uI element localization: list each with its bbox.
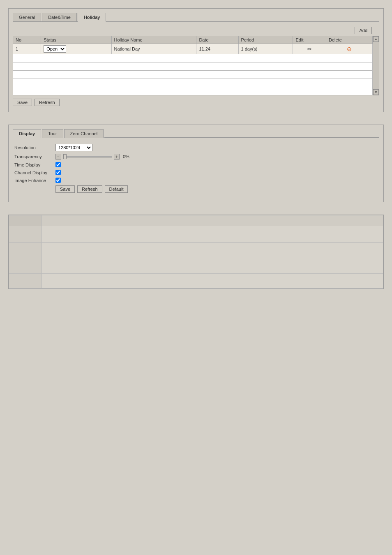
time-display-value: [55, 162, 61, 167]
image-enhance-label: Image Enhance: [14, 178, 55, 183]
empty-cell-right-5: [42, 274, 383, 289]
display-panel: Display Tour Zero Channel Resolution 128…: [8, 125, 384, 202]
transparency-row: Transparency − + 0%: [14, 154, 378, 160]
resolution-row: Resolution 1280*1024 1920*1080 1024*768 …: [14, 144, 378, 151]
delete-icon[interactable]: ⊖: [347, 46, 352, 52]
empty-table-panel: [8, 215, 384, 289]
empty-cell-right-4: [42, 253, 383, 274]
transparency-track[interactable]: [63, 156, 112, 157]
refresh-button-1[interactable]: Refresh: [35, 99, 60, 106]
col-header-no: No: [13, 36, 41, 44]
time-display-row: Time Display: [14, 162, 378, 167]
tab-general[interactable]: General: [13, 13, 41, 21]
channel-display-value: [55, 170, 61, 175]
cell-no: 1: [13, 44, 41, 54]
channel-display-row: Channel Display: [14, 170, 378, 175]
cell-date: 11.24: [196, 44, 238, 54]
empty-cell-left-4: [9, 253, 42, 274]
resolution-value: 1280*1024 1920*1080 1024*768 800*600: [55, 144, 92, 151]
empty-cell-left-3: [9, 243, 42, 253]
table-row: 1 Open Close National Day 11.24 1 day(s)…: [13, 44, 373, 54]
add-button[interactable]: Add: [355, 27, 372, 34]
empty-row-1: [9, 215, 383, 226]
channel-display-checkbox[interactable]: [55, 170, 61, 175]
resolution-select[interactable]: 1280*1024 1920*1080 1024*768 800*600: [55, 144, 92, 151]
channel-display-label: Channel Display: [14, 170, 55, 175]
tab-zero-channel[interactable]: Zero Channel: [64, 129, 104, 138]
status-dropdown[interactable]: Open Close: [44, 45, 66, 53]
transparency-plus-button[interactable]: +: [114, 154, 120, 160]
cell-period: 1 day(s): [238, 44, 293, 54]
col-header-date: Date: [196, 36, 238, 44]
save-button-2[interactable]: Save: [55, 185, 75, 193]
tab-bar-1: General Date&Time Holiday: [13, 13, 379, 22]
cell-status[interactable]: Open Close: [41, 44, 111, 54]
empty-cell-right-2: [42, 226, 383, 243]
empty-cell-left-1: [9, 215, 42, 226]
transparency-minus-button[interactable]: −: [55, 154, 61, 160]
col-header-period: Period: [238, 36, 293, 44]
col-header-edit: Edit: [293, 36, 326, 44]
time-display-label: Time Display: [14, 162, 55, 167]
scroll-down-arrow[interactable]: ▼: [373, 89, 379, 95]
empty-cell-left-5: [9, 274, 42, 289]
holiday-panel: General Date&Time Holiday Add No Status …: [8, 8, 384, 112]
holiday-content: Add No Status Holiday Name Date Period E…: [13, 25, 379, 108]
image-enhance-row: Image Enhance: [14, 178, 378, 183]
empty-cell-right-3: [42, 243, 383, 253]
image-enhance-value: [55, 178, 61, 183]
time-display-checkbox[interactable]: [55, 162, 61, 167]
cell-holiday-name: National Day: [111, 44, 196, 54]
col-header-status: Status: [41, 36, 111, 44]
transparency-value-label: 0%: [123, 154, 129, 159]
empty-cell-right-1: [42, 215, 383, 226]
bottom-buttons-1: Save Refresh: [13, 99, 379, 106]
add-button-row: Add: [13, 27, 379, 34]
empty-row-3: [9, 243, 383, 253]
cell-delete[interactable]: ⊖: [326, 44, 373, 54]
tab-bar-2: Display Tour Zero Channel: [13, 129, 379, 138]
col-header-delete: Delete: [326, 36, 373, 44]
edit-icon[interactable]: ✏: [307, 46, 312, 52]
tab-datetime[interactable]: Date&Time: [42, 13, 77, 21]
empty-row-4: [9, 253, 383, 274]
display-content: Resolution 1280*1024 1920*1080 1024*768 …: [13, 141, 379, 198]
refresh-button-2[interactable]: Refresh: [77, 185, 102, 193]
table-row-empty-3: [13, 71, 373, 79]
tab-tour[interactable]: Tour: [42, 129, 63, 138]
empty-row-5: [9, 274, 383, 289]
empty-table: [9, 215, 383, 289]
cell-edit[interactable]: ✏: [293, 44, 326, 54]
transparency-thumb[interactable]: [63, 154, 67, 159]
default-button[interactable]: Default: [105, 185, 128, 193]
table-wrapper: No Status Holiday Name Date Period Edit …: [13, 36, 379, 95]
bottom-buttons-2: Save Refresh Default: [55, 185, 378, 193]
table-row-empty-2: [13, 62, 373, 71]
empty-cell-left-2: [9, 226, 42, 243]
resolution-label: Resolution: [14, 145, 55, 150]
save-button-1[interactable]: Save: [13, 99, 32, 106]
holiday-table: No Status Holiday Name Date Period Edit …: [13, 36, 373, 95]
scrollbar[interactable]: ▲ ▼: [373, 36, 379, 95]
scroll-up-arrow[interactable]: ▲: [373, 36, 379, 42]
table-row-empty-1: [13, 54, 373, 62]
image-enhance-checkbox[interactable]: [55, 178, 61, 183]
transparency-slider-container: − + 0%: [55, 154, 129, 160]
tab-display[interactable]: Display: [13, 129, 41, 138]
table-row-empty-5: [13, 87, 373, 95]
transparency-label: Transparency: [14, 154, 55, 159]
table-row-empty-4: [13, 79, 373, 87]
col-header-holiday-name: Holiday Name: [111, 36, 196, 44]
empty-row-2: [9, 226, 383, 243]
scroll-thumb[interactable]: [374, 42, 378, 89]
tab-holiday[interactable]: Holiday: [78, 13, 106, 22]
